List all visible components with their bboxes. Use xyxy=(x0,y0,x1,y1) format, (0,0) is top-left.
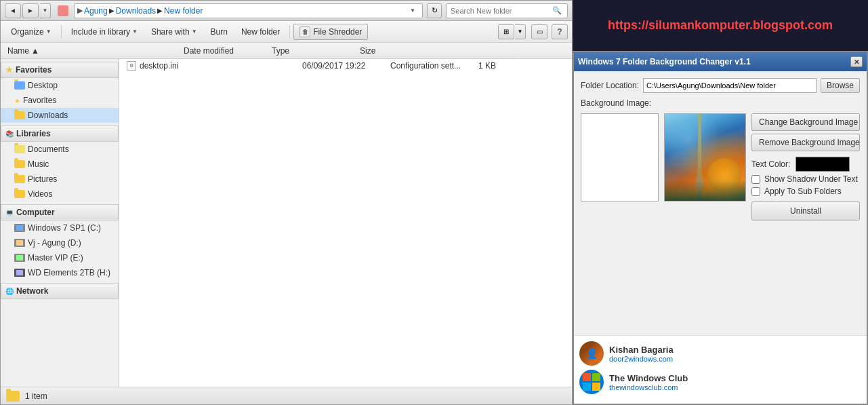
crumb-agung[interactable]: Agung xyxy=(84,6,108,16)
sidebar-item-favorites[interactable]: ★ Favorites xyxy=(1,93,119,108)
status-text: 1 item xyxy=(25,391,47,401)
action-buttons: Change Background Image Remove Backgroun… xyxy=(751,113,860,220)
favorites-section: ★ Favorites Desktop ★ Favorites Download… xyxy=(1,62,119,123)
file-shredder-button[interactable]: 🗑 File Shredder xyxy=(293,24,368,40)
documents-icon xyxy=(14,145,25,153)
sidebar-item-documents[interactable]: Documents xyxy=(1,142,119,157)
change-bg-button[interactable]: Change Background Image xyxy=(751,113,860,131)
column-headers: Name ▲ Date modified Type Size xyxy=(1,43,572,59)
network-section: 🌐 Network xyxy=(1,283,119,299)
new-folder-button[interactable]: New folder xyxy=(235,24,286,40)
crumb-sep1: ▶ xyxy=(109,7,115,14)
file-type-cell: Configuration sett... xyxy=(386,61,474,71)
forward-button[interactable]: ► xyxy=(22,3,39,18)
refresh-button[interactable]: ↻ xyxy=(427,3,442,18)
windows-club-name: The Windows Club xyxy=(609,373,688,383)
show-shadow-row: Show Shadow Under Text xyxy=(751,174,860,184)
include-library-button[interactable]: Include in library ▼ xyxy=(65,24,144,40)
folder-path-input[interactable] xyxy=(643,78,817,93)
c-drive-icon xyxy=(14,224,25,232)
network-icon: 🌐 xyxy=(5,288,14,295)
text-color-preview[interactable] xyxy=(795,157,850,172)
help-button[interactable]: ? xyxy=(552,24,568,39)
address-bar[interactable]: ▶ Agung ▶ Downloads ▶ New folder ▼ xyxy=(74,3,423,18)
sidebar-item-videos[interactable]: Videos xyxy=(1,187,119,201)
uninstall-button[interactable]: Uninstall xyxy=(751,201,860,220)
desktop-folder-icon xyxy=(14,81,25,90)
favorites-star-icon: ★ xyxy=(14,97,20,104)
computer-header[interactable]: 💻 Computer xyxy=(1,204,119,220)
text-color-row: Text Color: xyxy=(751,157,860,172)
sidebar-item-d-drive[interactable]: Vj - Agung (D:) xyxy=(1,235,119,250)
blog-header: https://silumankomputer.blogspot.com xyxy=(573,0,868,51)
folder-location-row: Folder Location: Browse xyxy=(581,78,860,93)
toolbar-sep1 xyxy=(61,25,62,39)
shredder-icon: 🗑 xyxy=(299,26,310,37)
preview-ground xyxy=(665,180,745,201)
windows-club-avatar xyxy=(579,370,604,394)
column-type-header[interactable]: Type xyxy=(268,46,356,56)
downloads-folder-icon xyxy=(14,111,25,119)
blog-url[interactable]: https://silumankomputer.blogspot.com xyxy=(608,18,833,33)
crumb-folder[interactable]: New folder xyxy=(164,6,203,16)
status-bar: 1 item xyxy=(1,387,572,404)
view-toggle-button[interactable]: ⊞ xyxy=(498,24,514,39)
sidebar-item-e-drive[interactable]: Master VIP (E:) xyxy=(1,250,119,265)
preview-sword xyxy=(693,114,707,201)
share-with-button[interactable]: Share with ▼ xyxy=(145,24,203,40)
sidebar-item-h-drive[interactable]: WD Elements 2TB (H:) xyxy=(1,265,119,280)
sidebar-item-c-drive[interactable]: Windows 7 SP1 (C:) xyxy=(1,220,119,235)
preview-orb xyxy=(707,158,741,192)
sidebar-item-pictures[interactable]: Pictures xyxy=(1,172,119,187)
windows-club-url[interactable]: thewindowsclub.com xyxy=(609,383,688,391)
crumb-downloads[interactable]: Downloads xyxy=(116,6,156,16)
sidebar-item-desktop[interactable]: Desktop xyxy=(1,78,119,93)
libraries-header[interactable]: 📚 Libraries xyxy=(1,126,119,142)
browse-button[interactable]: Browse xyxy=(821,78,860,93)
apply-subfolders-checkbox[interactable] xyxy=(751,187,760,196)
sidebar-item-music[interactable]: Music xyxy=(1,157,119,172)
file-size-cell: 1 KB xyxy=(474,61,529,71)
bg-preview-empty xyxy=(581,113,659,201)
preview-fantasy-bg xyxy=(665,114,745,201)
credit-kishan: 👤 Kishan Bagaria door2windows.com xyxy=(579,341,861,366)
right-panel: https://silumankomputer.blogspot.com Win… xyxy=(573,0,868,405)
e-drive-icon xyxy=(14,254,25,262)
blog-credits: 👤 Kishan Bagaria door2windows.com Th xyxy=(574,335,867,404)
crumb-sep2: ▶ xyxy=(157,7,163,14)
toolbar-sep2 xyxy=(289,25,290,39)
search-bar[interactable]: 🔍 xyxy=(446,3,568,18)
back-button[interactable]: ◄ xyxy=(5,3,21,18)
column-size-header[interactable]: Size xyxy=(356,46,410,56)
table-row[interactable]: ⚙ desktop.ini 06/09/2017 19:22 Configura… xyxy=(119,59,572,73)
library-arrow: ▼ xyxy=(132,28,138,35)
preview-row: Change Background Image Remove Backgroun… xyxy=(581,113,860,220)
kishan-url[interactable]: door2windows.com xyxy=(609,355,674,363)
status-folder-icon xyxy=(6,391,20,402)
remove-bg-button[interactable]: Remove Background Image xyxy=(751,134,860,151)
column-date-header[interactable]: Date modified xyxy=(180,46,268,56)
history-dropdown[interactable]: ▼ xyxy=(40,3,51,18)
win-quad-yellow xyxy=(592,383,600,391)
music-icon xyxy=(14,160,25,168)
bg-image-label: Background Image: xyxy=(581,98,860,108)
organize-button[interactable]: Organize ▼ xyxy=(5,24,58,40)
sidebar-item-downloads[interactable]: Downloads xyxy=(1,108,119,123)
videos-icon xyxy=(14,190,25,198)
network-header[interactable]: 🌐 Network xyxy=(1,283,119,299)
view-dropdown[interactable]: ▼ xyxy=(515,24,526,39)
computer-section: 💻 Computer Windows 7 SP1 (C:) Vj - Agung… xyxy=(1,204,119,280)
windows-logo xyxy=(580,370,603,393)
close-button[interactable]: ✕ xyxy=(850,56,863,67)
address-dropdown[interactable]: ▼ xyxy=(406,7,419,14)
ini-file-icon: ⚙ xyxy=(127,61,136,71)
bg-preview-image xyxy=(664,113,746,201)
file-date-cell: 06/09/2017 19:22 xyxy=(298,61,386,71)
burn-button[interactable]: Burn xyxy=(205,24,234,40)
search-input[interactable] xyxy=(451,7,552,15)
column-name-header[interactable]: Name ▲ xyxy=(3,46,180,56)
favorites-header[interactable]: ★ Favorites xyxy=(1,62,119,78)
show-shadow-checkbox[interactable] xyxy=(751,175,760,184)
kishan-name: Kishan Bagaria xyxy=(609,345,674,355)
details-pane-button[interactable]: ▭ xyxy=(531,24,547,39)
